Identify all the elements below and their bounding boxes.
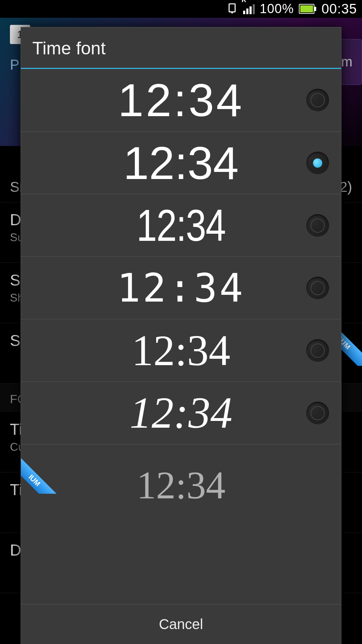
- dialog-footer: Cancel: [21, 604, 341, 644]
- font-sample: 12:34: [21, 136, 341, 190]
- svg-rect-2: [300, 5, 313, 12]
- font-option-script[interactable]: 12:34 IUM: [21, 444, 341, 494]
- font-option-thin[interactable]: 12:34: [21, 69, 341, 131]
- font-sample: 12:34: [50, 200, 312, 251]
- radio-icon[interactable]: [306, 89, 329, 112]
- font-option-lcd[interactable]: 12:34: [21, 256, 341, 319]
- usb-debug-icon: [226, 3, 238, 15]
- status-clock: 00:35: [322, 1, 357, 17]
- font-option-condensed[interactable]: 12:34: [21, 194, 341, 256]
- font-sample: 12:34: [21, 463, 341, 508]
- battery-icon: [299, 4, 317, 14]
- font-sample: 12:34: [21, 74, 341, 127]
- radio-icon[interactable]: [306, 277, 329, 299]
- font-sample: 12:34: [21, 265, 341, 311]
- radio-icon[interactable]: [306, 214, 329, 237]
- radio-icon[interactable]: [306, 339, 329, 362]
- radio-icon[interactable]: [306, 402, 329, 424]
- font-sample: 12:34: [21, 388, 341, 438]
- font-sample: 12:34: [21, 326, 341, 375]
- signal-icon: R: [243, 4, 255, 14]
- font-option-regular[interactable]: 12:34: [21, 131, 341, 194]
- cancel-button[interactable]: Cancel: [21, 605, 341, 644]
- radio-icon[interactable]: [306, 152, 329, 174]
- svg-rect-1: [314, 7, 316, 11]
- font-option-serif[interactable]: 12:34: [21, 381, 341, 444]
- battery-percent: 100%: [260, 1, 294, 16]
- font-option-list[interactable]: 12:34 12:34 12:34 12:34 12:34 12:34 12:3…: [21, 69, 341, 604]
- status-bar: R 100% 00:35: [0, 0, 362, 18]
- font-option-slab[interactable]: 12:34: [21, 319, 341, 381]
- dialog-title: Time font: [21, 27, 341, 68]
- time-font-dialog: Time font 12:34 12:34 12:34 12:34 12:34 …: [21, 27, 341, 644]
